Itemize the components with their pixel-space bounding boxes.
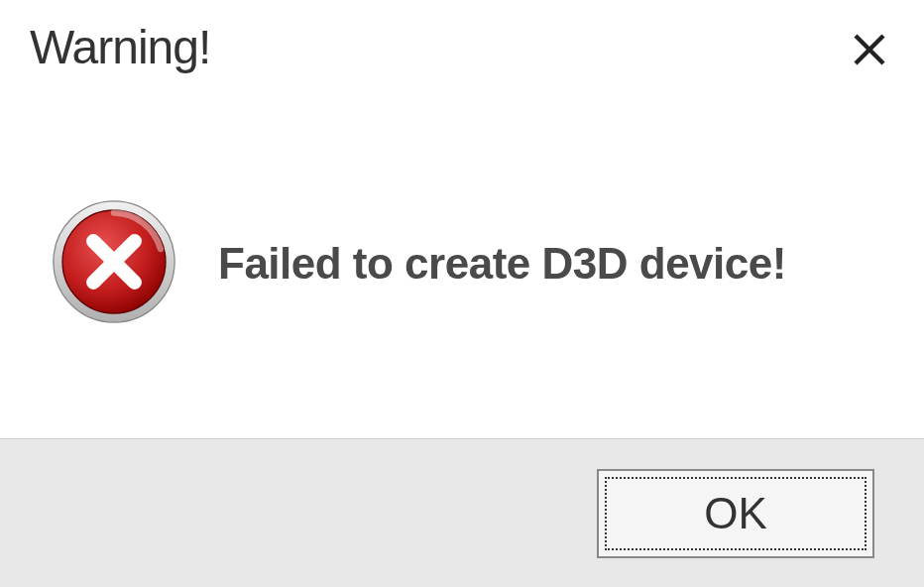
button-area: OK bbox=[0, 438, 924, 587]
content-area: Failed to create D3D device! bbox=[0, 89, 924, 438]
error-icon bbox=[50, 197, 178, 326]
close-icon bbox=[849, 29, 890, 70]
dialog-title: Warning! bbox=[30, 20, 210, 74]
error-icon-container bbox=[50, 197, 178, 330]
error-message: Failed to create D3D device! bbox=[218, 239, 786, 289]
titlebar: Warning! bbox=[0, 0, 924, 89]
close-button[interactable] bbox=[845, 25, 894, 74]
warning-dialog: Warning! bbox=[0, 0, 924, 587]
ok-button[interactable]: OK bbox=[597, 469, 874, 558]
